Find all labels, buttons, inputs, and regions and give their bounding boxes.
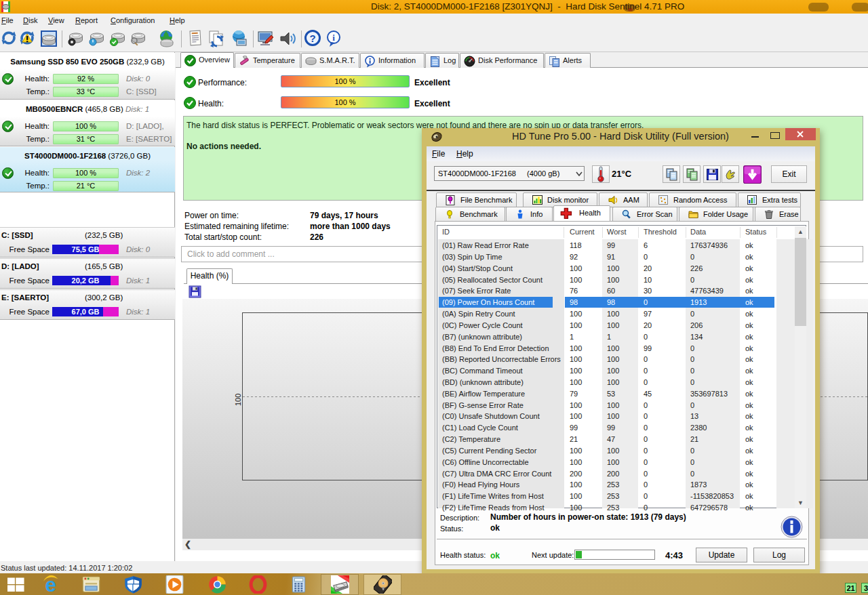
svg-text:?: ? bbox=[309, 33, 315, 44]
svg-text:i: i bbox=[332, 33, 335, 43]
